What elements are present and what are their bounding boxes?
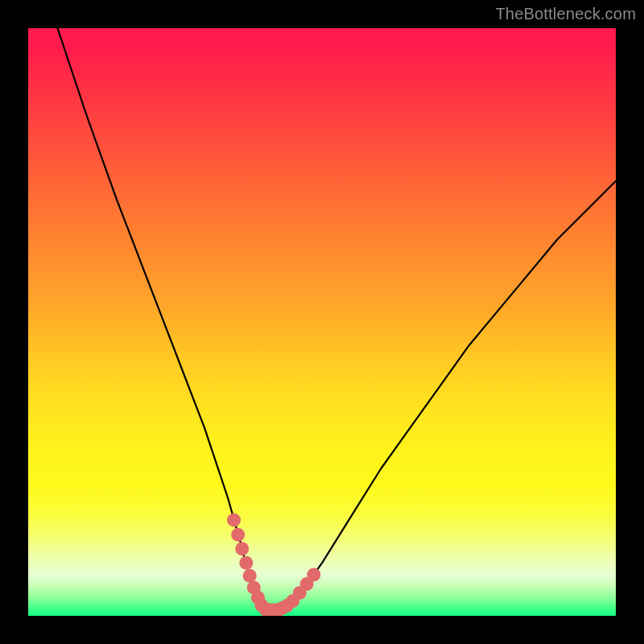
- chart-stage: TheBottleneck.com: [0, 0, 644, 644]
- marker-group: [227, 514, 320, 616]
- watermark-text: TheBottleneck.com: [495, 5, 636, 23]
- chart-svg: [28, 28, 616, 616]
- curve-path: [58, 28, 617, 610]
- marker-dot: [307, 568, 320, 581]
- marker-dot: [239, 556, 253, 570]
- marker-dot: [235, 542, 249, 555]
- marker-dot: [231, 528, 245, 542]
- plot-area: [28, 28, 616, 616]
- marker-dot: [227, 514, 241, 527]
- marker-dot: [243, 569, 257, 583]
